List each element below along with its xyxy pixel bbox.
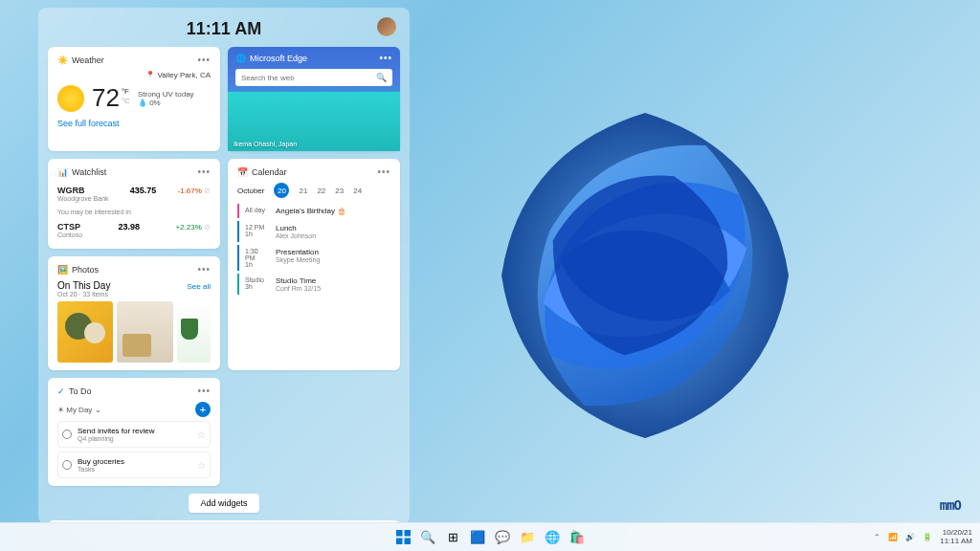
edge-widget[interactable]: 🌐Microsoft Edge ••• 🔍 Ikema Ohashi, Japa…	[228, 47, 400, 151]
wifi-icon[interactable]: 📶	[888, 533, 898, 541]
widgets-icon[interactable]: 🟦	[468, 528, 487, 547]
search-icon[interactable]: 🔍	[376, 73, 387, 82]
battery-icon[interactable]: 🔋	[923, 533, 932, 541]
todo-icon: ✓	[57, 386, 65, 396]
desktop: 11:11 AM ☀️Weather ••• 📍 Valley Park, CA…	[0, 0, 980, 551]
calendar-title: Calendar	[252, 167, 287, 177]
svg-rect-3	[404, 539, 411, 545]
edge-search-box[interactable]: 🔍	[235, 69, 392, 86]
widgets-panel: 11:11 AM ☀️Weather ••• 📍 Valley Park, CA…	[38, 8, 410, 524]
calendar-event[interactable]: 1:30 PM1h PresentationSkype Meeting	[237, 245, 390, 271]
system-tray[interactable]: ⌃ 📶 🔊 🔋 10/20/21 11:11 AM	[874, 529, 972, 546]
photo-thumbnail[interactable]	[177, 301, 211, 363]
start-button[interactable]	[393, 528, 412, 547]
star-icon[interactable]: ☆	[197, 460, 206, 471]
calendar-widget[interactable]: 📅Calendar ••• October 20 21 22 23 24 All…	[228, 159, 400, 370]
windows-bloom-wallpaper	[406, 36, 884, 515]
todo-item[interactable]: Send invites for reviewQ4 planning ☆	[57, 421, 211, 448]
taskbar: 🔍 ⊞ 🟦 💬 📁 🌐 🛍️ ⌃ 📶 🔊 🔋 10/20/21 11:11 AM	[0, 522, 980, 551]
chart-icon: 📊	[57, 167, 68, 177]
watchlist-widget[interactable]: 📊Watchlist ••• WGRBWoodgrove Bank 435.75…	[48, 159, 220, 249]
edge-image: Ikema Ohashi, Japan	[228, 92, 400, 151]
weather-condition: Strong UV today 💧 0%	[138, 90, 194, 107]
weather-temp: 72 °F°C	[92, 83, 130, 113]
todo-title: To Do	[69, 386, 92, 396]
photos-icon: 🖼️	[57, 265, 68, 275]
watermark: mmO	[940, 497, 961, 513]
chevron-up-icon[interactable]: ⌃	[874, 533, 880, 541]
volume-icon[interactable]: 🔊	[905, 533, 915, 541]
see-forecast-link[interactable]: See full forecast	[57, 119, 211, 128]
calendar-day[interactable]: 21	[299, 187, 307, 195]
calendar-day-active[interactable]: 20	[274, 183, 289, 198]
photos-sub: Oct 20 · 33 items	[57, 291, 110, 298]
calendar-day[interactable]: 22	[317, 187, 325, 195]
edge-title: Microsoft Edge	[250, 54, 307, 63]
add-widgets-button[interactable]: Add widgets	[189, 494, 258, 513]
watchlist-row[interactable]: WGRBWoodgrove Bank 435.75 -1.67% ⊘	[57, 183, 211, 205]
edge-caption: Ikema Ohashi, Japan	[234, 141, 297, 147]
search-icon[interactable]: 🔍	[418, 528, 437, 547]
todo-more-icon[interactable]: •••	[197, 386, 211, 396]
sun-icon	[57, 85, 84, 112]
photos-more-icon[interactable]: •••	[197, 264, 211, 275]
svg-rect-0	[396, 530, 403, 537]
edge-icon: 🌐	[235, 54, 246, 63]
weather-title: Weather	[72, 55, 104, 65]
weather-icon: ☀️	[57, 55, 68, 65]
watchlist-row[interactable]: CTSPContoso 23.98 +2.23% ⊘	[57, 219, 211, 241]
calendar-day[interactable]: 23	[335, 187, 344, 195]
weather-more-icon[interactable]: •••	[197, 55, 211, 65]
taskbar-clock[interactable]: 10/20/21 11:11 AM	[940, 529, 972, 546]
star-icon[interactable]: ☆	[197, 430, 206, 440]
calendar-day[interactable]: 24	[353, 187, 362, 195]
store-icon[interactable]: 🛍️	[568, 528, 587, 547]
user-avatar[interactable]	[377, 17, 396, 36]
see-all-link[interactable]: See all	[188, 282, 211, 291]
svg-rect-1	[404, 530, 411, 537]
svg-rect-2	[396, 539, 403, 545]
todo-filter[interactable]: ☀ My Day ⌄	[57, 406, 101, 414]
calendar-more-icon[interactable]: •••	[377, 166, 390, 177]
photos-widget[interactable]: 🖼️Photos ••• On This Day Oct 20 · 33 ite…	[48, 256, 220, 370]
weather-location: 📍 Valley Park, CA	[57, 71, 211, 79]
todo-item[interactable]: Buy groceriesTasks ☆	[57, 452, 211, 478]
file-explorer-icon[interactable]: 📁	[518, 528, 537, 547]
watchlist-more-icon[interactable]: •••	[197, 166, 211, 177]
photo-thumbnail[interactable]	[57, 301, 113, 363]
photos-title: Photos	[72, 265, 99, 275]
calendar-event[interactable]: All day Angela's Birthday 🎂	[237, 204, 390, 218]
watchlist-note: You may be interested in	[57, 209, 211, 215]
chat-icon[interactable]: 💬	[493, 528, 512, 547]
watchlist-title: Watchlist	[72, 167, 106, 177]
chevron-down-icon: ⌄	[95, 406, 101, 414]
panel-time: 11:11 AM	[187, 19, 261, 39]
add-todo-button[interactable]: +	[195, 402, 211, 417]
calendar-event[interactable]: 12 PM1h LunchAlex Johnson	[237, 221, 390, 242]
weather-widget[interactable]: ☀️Weather ••• 📍 Valley Park, CA 72 °F°C …	[48, 47, 220, 151]
task-view-icon[interactable]: ⊞	[443, 528, 462, 547]
calendar-icon: 📅	[237, 167, 248, 177]
calendar-days: October 20 21 22 23 24	[237, 183, 390, 198]
calendar-event[interactable]: Studio3h Studio TimeConf Rm 32/15	[237, 274, 390, 295]
edge-taskbar-icon[interactable]: 🌐	[543, 528, 562, 547]
edge-more-icon[interactable]: •••	[379, 53, 392, 63]
todo-checkbox[interactable]	[62, 460, 72, 470]
edge-search-input[interactable]	[241, 74, 372, 82]
todo-widget[interactable]: ✓To Do ••• ☀ My Day ⌄ + Send invites for…	[48, 378, 220, 486]
photos-heading: On This Day	[57, 280, 110, 291]
todo-checkbox[interactable]	[62, 430, 72, 439]
photo-thumbnail[interactable]	[117, 301, 172, 363]
